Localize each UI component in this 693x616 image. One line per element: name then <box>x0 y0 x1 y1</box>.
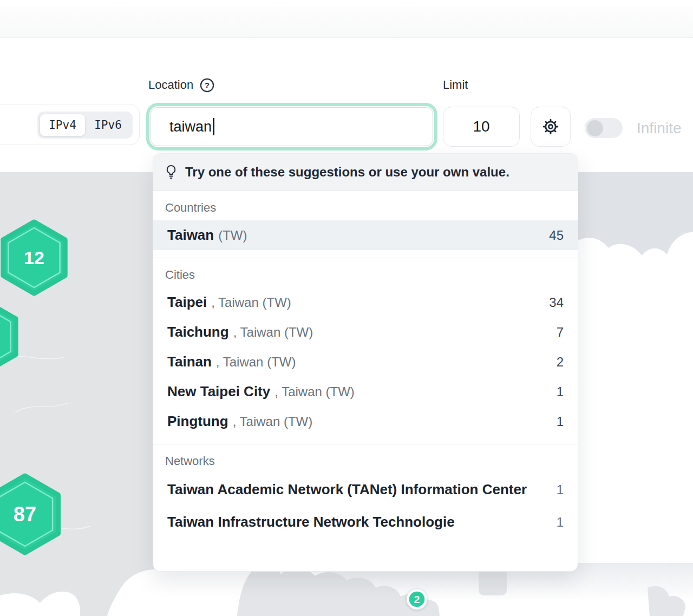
suggestion-city-tainan[interactable]: Tainan , Taiwan (TW) 2 <box>153 347 578 377</box>
page: 12 87 2 IPv4 IPv6 Location <box>0 0 693 616</box>
option-name: Taiwan Academic Network (TANet) Informat… <box>167 479 527 501</box>
infinite-label: Infinite <box>637 118 682 138</box>
option-name: New Taipei City <box>167 383 270 400</box>
section-networks: Networks <box>153 444 578 474</box>
ip-version-segmented-control: IPv4 IPv6 <box>37 112 133 139</box>
svg-text:?: ? <box>205 81 210 89</box>
location-input[interactable]: taiwan <box>146 103 437 150</box>
suggestion-city-new-taipei-city[interactable]: New Taipei City , Taiwan (TW) 1 <box>153 377 578 407</box>
ipv4-tab[interactable]: IPv4 <box>40 114 86 136</box>
suggestions-hint-bar: Try one of these suggestions or use your… <box>153 154 578 191</box>
option-detail: (TW) <box>218 228 247 243</box>
suggestion-city-taichung[interactable]: Taichung , Taiwan (TW) 7 <box>153 317 578 347</box>
option-count: 1 <box>546 482 564 497</box>
option-name: Pingtung <box>167 413 228 430</box>
section-cities: Cities <box>153 258 578 287</box>
gear-icon <box>540 116 561 137</box>
section-countries: Countries <box>153 191 578 220</box>
option-count: 1 <box>546 515 564 530</box>
option-count: 2 <box>546 355 564 370</box>
option-name: Taichung <box>167 324 229 340</box>
suggestion-country-taiwan[interactable]: Taiwan (TW) 45 <box>153 220 578 250</box>
option-name: Tainan <box>167 353 212 370</box>
lightbulb-icon <box>165 164 177 180</box>
limit-input[interactable]: 10 <box>443 107 520 147</box>
toggle-knob <box>587 120 603 136</box>
option-count: 1 <box>546 414 564 429</box>
settings-button[interactable] <box>531 107 571 147</box>
option-detail: , Taiwan (TW) <box>233 325 313 340</box>
option-detail: , Taiwan (TW) <box>274 384 355 399</box>
help-icon[interactable]: ? <box>200 78 214 93</box>
limit-label: Limit <box>443 78 468 92</box>
option-count: 1 <box>546 384 564 399</box>
option-count: 34 <box>538 295 564 310</box>
suggestion-city-taipei[interactable]: Taipei , Taiwan (TW) 34 <box>153 287 578 317</box>
location-input-value: taiwan <box>169 119 212 135</box>
option-count: 7 <box>546 325 564 340</box>
option-detail: , Taiwan (TW) <box>211 295 291 310</box>
suggestion-network-tint[interactable]: Taiwan Infrastructure Network Technologi… <box>153 506 578 539</box>
suggestions-dropdown: Try one of these suggestions or use your… <box>153 153 578 572</box>
location-label-row: Location ? <box>148 77 214 93</box>
suggestions-hint-text: Try one of these suggestions or use your… <box>185 165 509 180</box>
option-name: Taiwan <box>167 227 214 244</box>
option-name: Taiwan Infrastructure Network Technologi… <box>167 512 455 533</box>
option-detail: , Taiwan (TW) <box>233 414 313 429</box>
suggestion-city-pingtung[interactable]: Pingtung , Taiwan (TW) 1 <box>153 407 578 436</box>
option-count: 45 <box>538 228 564 243</box>
ip-version-bar: IPv4 IPv6 <box>0 104 140 145</box>
limit-label-row: Limit <box>443 77 468 93</box>
option-detail: , Taiwan (TW) <box>216 355 296 370</box>
text-caret <box>213 118 214 135</box>
location-label: Location <box>148 78 193 92</box>
infinite-toggle[interactable] <box>585 118 623 138</box>
option-name: Taipei <box>167 294 207 311</box>
ipv6-tab[interactable]: IPv6 <box>86 114 130 136</box>
suggestion-network-tanet[interactable]: Taiwan Academic Network (TANet) Informat… <box>153 474 578 506</box>
